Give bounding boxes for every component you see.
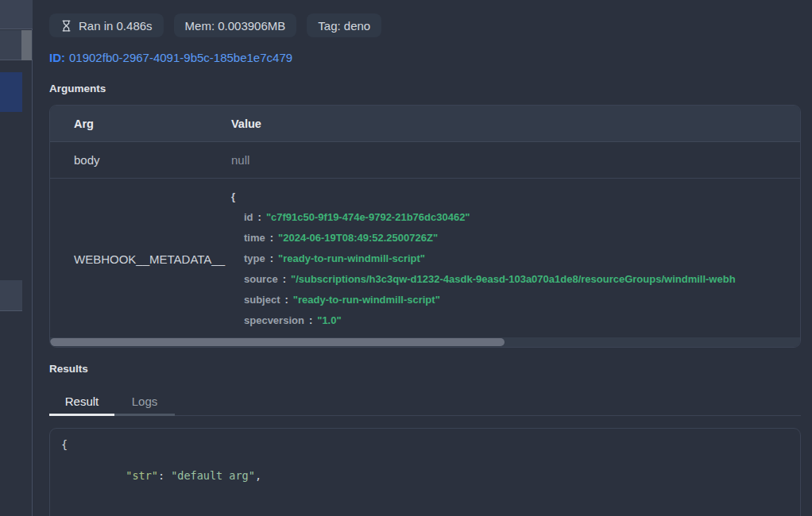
object-colon: : (285, 294, 288, 306)
job-id-label: ID: (49, 51, 65, 64)
sidebar (0, 0, 33, 516)
job-id-value[interactable]: 01902fb0-2967-4091-9b5c-185be1e7c479 (69, 51, 292, 64)
json-key: "str" (126, 469, 158, 482)
object-viewer: { id:"c7f91c50-9f19-474e-9792-21b76dc304… (207, 187, 800, 331)
job-id-line: ID:01902fb0-2967-4091-9b5c-185be1e7c479 (49, 51, 801, 64)
sidebar-item-top[interactable] (0, 0, 33, 29)
object-key: id (244, 211, 253, 223)
arg-value: null (207, 153, 800, 167)
sidebar-item-lower[interactable] (0, 280, 22, 311)
memory-badge-label: Mem: 0.003906MB (185, 19, 286, 33)
object-value: "ready-to-run-windmill-script" (278, 252, 425, 264)
object-entry-subject: subject:"ready-to-run-windmill-script" (231, 290, 800, 310)
arguments-title: Arguments (49, 83, 801, 94)
sidebar-item-selected[interactable] (0, 72, 22, 112)
results-tabs: Result Logs (49, 391, 801, 416)
results-title: Results (49, 363, 801, 375)
json-colon: : (158, 469, 171, 482)
object-entry-time: time:"2024-06-19T08:49:52.2500726Z" (231, 228, 800, 248)
result-json-panel: { "str": "default arg", "union": "Hello … (49, 428, 801, 516)
result-line-str: "str": "default arg", (61, 453, 789, 500)
object-key: type (244, 252, 265, 264)
duration-badge: Ran in 0.486s (49, 13, 164, 37)
indent (100, 469, 126, 482)
table-row-body: body null (50, 142, 800, 179)
object-entry-id: id:"c7f91c50-9f19-474e-9792-21b76dc30462… (231, 207, 800, 228)
tag-badge: Tag: deno (307, 13, 381, 37)
object-key: subject (244, 294, 280, 306)
tag-badge-label: Tag: deno (318, 19, 370, 33)
duration-badge-label: Ran in 0.486s (79, 19, 153, 33)
json-comma: , (255, 469, 261, 482)
object-colon: : (258, 211, 261, 223)
sidebar-item-second[interactable] (0, 30, 33, 60)
object-colon: : (270, 232, 273, 244)
tab-logs[interactable]: Logs (114, 391, 175, 416)
object-open-brace: { (231, 187, 800, 207)
arguments-table: Arg Value body null WEBHOOK__METADATA__ … (49, 105, 801, 348)
tab-result[interactable]: Result (49, 391, 114, 416)
run-stats-badges: Ran in 0.486s Mem: 0.003906MB Tag: deno (49, 13, 801, 37)
horizontal-scrollbar-track (50, 337, 800, 347)
object-colon: : (309, 314, 312, 326)
object-key: time (244, 232, 265, 244)
run-detail-panel: Ran in 0.486s Mem: 0.003906MB Tag: deno … (33, 0, 812, 516)
object-colon: : (283, 273, 286, 285)
object-key: specversion (244, 314, 304, 326)
result-line-union: "union": "Hello World" (61, 499, 789, 516)
object-entry-source: source:"/subscriptions/h3c3qw-d1232-4asd… (231, 269, 800, 290)
object-key: source (244, 273, 278, 285)
object-entry-specversion: specversion:"1.0" (231, 310, 800, 331)
arg-name: body (50, 153, 207, 167)
sidebar-scroll-thumb[interactable] (21, 30, 32, 60)
json-value: "default arg" (171, 469, 255, 482)
hourglass-icon (60, 20, 72, 32)
object-colon: : (270, 252, 273, 264)
object-entry-type: type:"ready-to-run-windmill-script" (231, 248, 800, 269)
column-header-arg: Arg (50, 117, 207, 130)
result-open-brace: { (61, 437, 789, 453)
object-value: "1.0" (317, 314, 341, 326)
arg-name: WEBHOOK__METADATA__ (50, 187, 207, 331)
horizontal-scrollbar-thumb[interactable] (50, 338, 505, 346)
object-value: "/subscriptions/h3c3qw-d1232-4asdk-9easd… (291, 273, 736, 285)
table-row-webhook-metadata: WEBHOOK__METADATA__ { id:"c7f91c50-9f19-… (50, 179, 800, 337)
memory-badge: Mem: 0.003906MB (174, 13, 297, 37)
object-value: "ready-to-run-windmill-script" (293, 294, 440, 306)
arguments-table-header: Arg Value (50, 106, 800, 142)
column-header-value: Value (207, 117, 800, 130)
object-value: "c7f91c50-9f19-474e-9792-21b76dc30462" (266, 211, 470, 223)
object-value: "2024-06-19T08:49:52.2500726Z" (278, 232, 438, 244)
